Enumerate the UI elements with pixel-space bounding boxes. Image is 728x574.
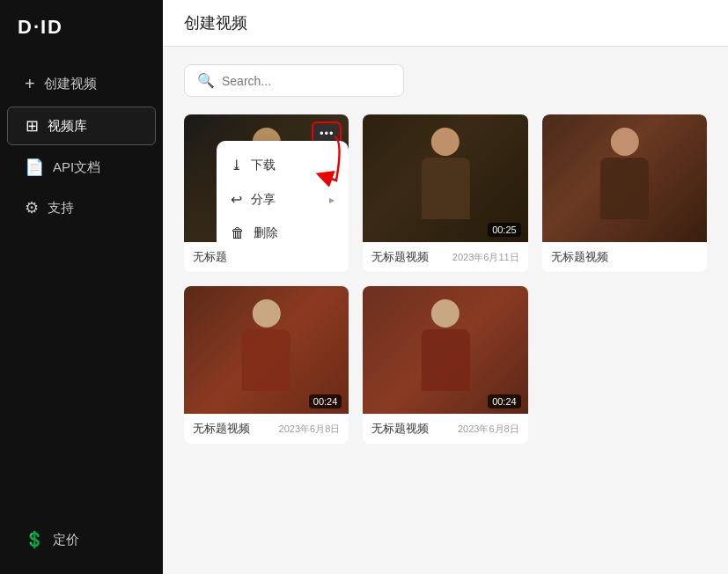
download-icon: ⤓ [231, 157, 242, 173]
gear-icon: ⚙ [25, 198, 39, 217]
video-thumb-2[interactable]: 00:25 [363, 114, 527, 242]
video-card-5: 00:24 无标题视频 2023年6月8日 [363, 286, 527, 444]
video-title-2: 无标题视频 [371, 249, 429, 265]
logo: D·ID [0, 16, 163, 65]
sidebar-bottom: 💲 定价 [0, 521, 163, 558]
sidebar: D·ID + 创建视频 ⊞ 视频库 📄 API文档 ⚙ 支持 💲 定价 [0, 0, 163, 574]
main-header: 创建视频 [163, 0, 728, 47]
duration-badge-5: 00:24 [488, 394, 521, 408]
share-label: 分享 [251, 192, 276, 208]
video-grid: ••• ⤓ 下载 ↩ 分享 ▸ [184, 114, 707, 444]
search-icon: 🔍 [197, 72, 215, 89]
video-card-2: 00:25 无标题视频 2023年6月11日 [363, 114, 527, 272]
video-info-3: 无标题视频 [542, 242, 707, 272]
main-content: 🔍 ••• ⤓ [163, 47, 728, 574]
main-content-area: 创建视频 🔍 ••• [163, 0, 728, 574]
monk-figure-3 [575, 128, 673, 243]
page-title: 创建视频 [184, 12, 707, 33]
video-date-5: 2023年6月8日 [458, 423, 519, 436]
video-card-1: ••• ⤓ 下载 ↩ 分享 ▸ [184, 114, 349, 272]
monk-head-2 [431, 128, 460, 156]
sidebar-nav: + 创建视频 ⊞ 视频库 📄 API文档 ⚙ 支持 [0, 65, 163, 521]
video-info-4: 无标题视频 2023年6月8日 [184, 414, 349, 444]
plus-icon: + [25, 74, 35, 94]
dollar-icon: 💲 [25, 530, 44, 549]
monk-figure-4 [217, 299, 315, 415]
sidebar-item-support[interactable]: ⚙ 支持 [7, 189, 156, 226]
sidebar-item-create-label: 创建视频 [44, 76, 97, 92]
sidebar-item-support-label: 支持 [48, 200, 74, 217]
video-title-5: 无标题视频 [371, 421, 429, 437]
monk-body-2 [421, 158, 469, 219]
video-date-4: 2023年6月8日 [279, 423, 341, 436]
share-chevron-icon: ▸ [329, 194, 335, 206]
ellipsis-icon: ••• [320, 127, 335, 140]
doc-icon: 📄 [25, 158, 44, 177]
monk-head-5 [431, 299, 460, 327]
video-title-4: 无标题视频 [193, 421, 250, 437]
sidebar-item-api-label: API文档 [53, 159, 100, 176]
video-thumb-5[interactable]: 00:24 [363, 286, 527, 414]
sidebar-item-pricing-label: 定价 [53, 532, 79, 548]
delete-item[interactable]: 🗑 删除 [217, 217, 349, 242]
video-thumb-1[interactable]: ••• ⤓ 下载 ↩ 分享 ▸ [184, 114, 349, 242]
search-bar: 🔍 [184, 64, 404, 97]
video-title-1: 无标题 [193, 249, 227, 265]
monk-head-4 [253, 299, 281, 327]
monk-figure-5 [396, 299, 495, 415]
sidebar-item-api[interactable]: 📄 API文档 [7, 149, 156, 186]
share-item[interactable]: ↩ 分享 ▸ [217, 182, 349, 217]
share-icon: ↩ [231, 191, 242, 208]
sidebar-item-pricing[interactable]: 💲 定价 [7, 521, 156, 558]
search-input[interactable] [222, 74, 391, 88]
video-card-3: 无标题视频 [542, 114, 707, 272]
video-title-3: 无标题视频 [551, 249, 608, 265]
monk-body-4 [242, 329, 290, 391]
video-thumb-3[interactable] [542, 114, 707, 242]
video-card-4: 00:24 无标题视频 2023年6月8日 [184, 286, 349, 444]
monk-body-5 [421, 329, 469, 391]
monk-head-3 [610, 128, 638, 156]
monk-body-3 [600, 158, 649, 219]
trash-icon: 🗑 [231, 225, 245, 241]
video-info-1: 无标题 [184, 242, 349, 272]
video-info-2: 无标题视频 2023年6月11日 [363, 242, 527, 272]
video-thumb-4[interactable]: 00:24 [184, 286, 349, 414]
video-info-5: 无标题视频 2023年6月8日 [363, 414, 527, 444]
sidebar-item-library-label: 视频库 [48, 118, 87, 135]
video-date-2: 2023年6月11日 [452, 251, 519, 264]
sidebar-item-create[interactable]: + 创建视频 [7, 65, 156, 103]
duration-badge-2: 00:25 [488, 223, 521, 237]
dropdown-menu: ⤓ 下载 ↩ 分享 ▸ 🗑 删除 [217, 141, 349, 242]
download-label: 下载 [251, 158, 276, 173]
delete-label: 删除 [254, 225, 278, 241]
grid-icon: ⊞ [26, 116, 39, 136]
download-item[interactable]: ⤓ 下载 [217, 148, 349, 182]
sidebar-item-library[interactable]: ⊞ 视频库 [7, 107, 156, 145]
duration-badge-4: 00:24 [309, 394, 342, 408]
monk-figure-2 [396, 128, 495, 243]
